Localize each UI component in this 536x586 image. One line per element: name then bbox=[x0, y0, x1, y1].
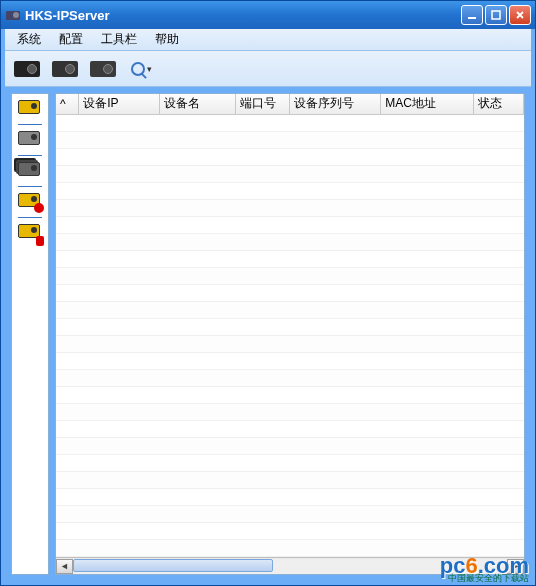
table-row[interactable] bbox=[56, 420, 524, 437]
toolbar-device2-button[interactable] bbox=[49, 55, 81, 83]
table-row[interactable] bbox=[56, 488, 524, 505]
table-body bbox=[56, 114, 524, 556]
toolbar-device1-button[interactable] bbox=[11, 55, 43, 83]
window-title: HKS-IPServer bbox=[25, 8, 461, 23]
table-row[interactable] bbox=[56, 284, 524, 301]
chevron-down-icon: ▾ bbox=[147, 64, 152, 74]
client-area: 系统 配置 工具栏 帮助 ▾ bbox=[5, 29, 531, 581]
device-table-panel: ^ 设备IP 设备名 端口号 设备序列号 MAC地址 状态 bbox=[55, 93, 525, 575]
window-controls bbox=[461, 5, 531, 25]
table-row[interactable] bbox=[56, 403, 524, 420]
svg-rect-3 bbox=[492, 11, 500, 19]
table-row[interactable] bbox=[56, 250, 524, 267]
app-icon bbox=[5, 7, 21, 23]
table-scroll[interactable]: ^ 设备IP 设备名 端口号 设备序列号 MAC地址 状态 bbox=[56, 94, 524, 557]
sidebar-divider bbox=[18, 217, 42, 218]
body-area: ^ 设备IP 设备名 端口号 设备序列号 MAC地址 状态 bbox=[5, 87, 531, 581]
scroll-right-button[interactable]: ► bbox=[507, 559, 524, 574]
sidebar-item-device-stack[interactable] bbox=[18, 162, 42, 180]
sidebar-item-device-grey[interactable] bbox=[18, 131, 42, 149]
col-name[interactable]: 设备名 bbox=[159, 94, 236, 114]
camera-icon bbox=[14, 61, 40, 77]
table-row[interactable] bbox=[56, 454, 524, 471]
camera-icon bbox=[90, 61, 116, 77]
toolbar: ▾ bbox=[5, 51, 531, 87]
table-row[interactable] bbox=[56, 386, 524, 403]
device-table: ^ 设备IP 设备名 端口号 设备序列号 MAC地址 状态 bbox=[56, 94, 524, 557]
sidebar-divider bbox=[18, 155, 42, 156]
table-row[interactable] bbox=[56, 437, 524, 454]
table-row[interactable] bbox=[56, 233, 524, 250]
col-port[interactable]: 端口号 bbox=[236, 94, 290, 114]
menu-config[interactable]: 配置 bbox=[51, 29, 91, 50]
table-header-row: ^ 设备IP 设备名 端口号 设备序列号 MAC地址 状态 bbox=[56, 94, 524, 114]
menubar: 系统 配置 工具栏 帮助 bbox=[5, 29, 531, 51]
table-row[interactable] bbox=[56, 165, 524, 182]
titlebar[interactable]: HKS-IPServer bbox=[1, 1, 535, 29]
camera-icon bbox=[52, 61, 78, 77]
col-ip[interactable]: 设备IP bbox=[79, 94, 160, 114]
toolbar-search-button[interactable]: ▾ bbox=[125, 55, 157, 83]
col-sort[interactable]: ^ bbox=[56, 94, 79, 114]
table-row[interactable] bbox=[56, 522, 524, 539]
table-row[interactable] bbox=[56, 131, 524, 148]
table-row[interactable] bbox=[56, 471, 524, 488]
sidebar-item-device-record[interactable] bbox=[18, 224, 42, 242]
minimize-button[interactable] bbox=[461, 5, 483, 25]
col-serial[interactable]: 设备序列号 bbox=[290, 94, 381, 114]
table-row[interactable] bbox=[56, 267, 524, 284]
col-mac[interactable]: MAC地址 bbox=[381, 94, 474, 114]
table-row[interactable] bbox=[56, 199, 524, 216]
svg-point-1 bbox=[13, 12, 19, 18]
table-row[interactable] bbox=[56, 216, 524, 233]
close-button[interactable] bbox=[509, 5, 531, 25]
table-row[interactable] bbox=[56, 114, 524, 131]
minimize-icon bbox=[467, 10, 477, 20]
sidebar-item-device-alert[interactable] bbox=[18, 193, 42, 211]
maximize-button[interactable] bbox=[485, 5, 507, 25]
table-row[interactable] bbox=[56, 539, 524, 556]
sidebar bbox=[11, 93, 49, 575]
close-icon bbox=[515, 10, 525, 20]
col-status[interactable]: 状态 bbox=[474, 94, 524, 114]
scroll-track[interactable] bbox=[73, 559, 507, 574]
menu-help[interactable]: 帮助 bbox=[147, 29, 187, 50]
app-window: HKS-IPServer 系统 配置 工具栏 帮助 ▾ bbox=[0, 0, 536, 586]
horizontal-scrollbar: ◄ ► bbox=[56, 557, 524, 574]
table-row[interactable] bbox=[56, 318, 524, 335]
menu-system[interactable]: 系统 bbox=[9, 29, 49, 50]
table-row[interactable] bbox=[56, 148, 524, 165]
table-row[interactable] bbox=[56, 182, 524, 199]
sidebar-divider bbox=[18, 124, 42, 125]
menu-toolbar[interactable]: 工具栏 bbox=[93, 29, 145, 50]
table-row[interactable] bbox=[56, 369, 524, 386]
search-icon bbox=[131, 62, 145, 76]
table-row[interactable] bbox=[56, 301, 524, 318]
sidebar-item-device-yellow[interactable] bbox=[18, 100, 42, 118]
toolbar-device3-button[interactable] bbox=[87, 55, 119, 83]
svg-rect-2 bbox=[468, 17, 476, 19]
table-row[interactable] bbox=[56, 352, 524, 369]
table-row[interactable] bbox=[56, 335, 524, 352]
sidebar-divider bbox=[18, 186, 42, 187]
scroll-thumb[interactable] bbox=[73, 559, 273, 572]
scroll-left-button[interactable]: ◄ bbox=[56, 559, 73, 574]
table-row[interactable] bbox=[56, 505, 524, 522]
maximize-icon bbox=[491, 10, 501, 20]
